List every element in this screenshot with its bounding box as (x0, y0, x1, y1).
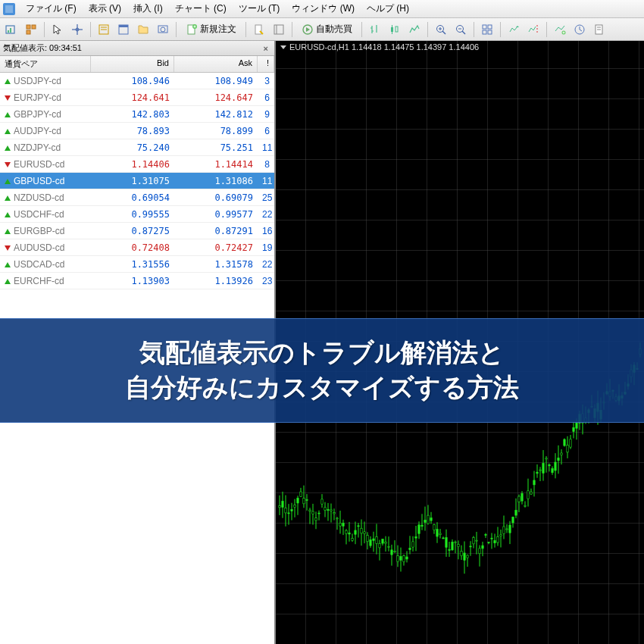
data-window-icon[interactable] (114, 20, 133, 39)
menu-insert[interactable]: 挿入 (I) (127, 0, 169, 17)
chart-shift-icon[interactable] (524, 20, 542, 39)
svg-rect-169 (452, 542, 453, 550)
svg-line-50 (580, 30, 582, 31)
table-row[interactable]: AUDJPY-cd78.89378.8996 (0, 123, 274, 139)
autoscroll-icon[interactable] (505, 20, 523, 39)
svg-rect-233 (549, 465, 550, 466)
menu-view[interactable]: 表示 (V) (83, 0, 127, 17)
spread-value: 22 (258, 208, 274, 221)
table-row[interactable]: EURJPY-cd124.641124.6476 (0, 89, 274, 106)
chevron-down-icon[interactable] (280, 45, 286, 49)
pair-name: AUDJPY-cd (14, 126, 61, 136)
terminal-icon[interactable] (154, 20, 172, 39)
chart-title-bar: EURUSD-cd,H1 1.14418 1.14475 1.14397 1.1… (280, 42, 479, 52)
table-row[interactable]: USDCHF-cd0.995550.9957722 (0, 206, 274, 223)
arrow-up-icon (5, 79, 11, 84)
svg-rect-95 (339, 523, 341, 526)
menu-file[interactable]: ファイル (F) (20, 0, 83, 17)
market-watch-icon[interactable] (95, 20, 113, 39)
svg-rect-159 (436, 530, 438, 537)
menu-window[interactable]: ウィンドウ (W) (286, 0, 361, 17)
table-row[interactable]: NZDJPY-cd75.24075.25111 (0, 139, 274, 156)
pair-name: GBPUSD-cd (14, 176, 64, 186)
svg-rect-187 (479, 549, 480, 554)
svg-rect-215 (521, 493, 523, 501)
svg-rect-4 (32, 25, 36, 29)
svg-rect-227 (539, 470, 541, 470)
svg-rect-211 (515, 510, 517, 515)
svg-rect-205 (506, 529, 508, 530)
svg-rect-199 (497, 536, 499, 542)
menu-chart[interactable]: チャート (C) (169, 0, 233, 17)
table-row[interactable]: GBPJPY-cd142.803142.8129 (0, 106, 274, 123)
spread-value: 6 (258, 124, 274, 138)
table-row[interactable]: USDJPY-cd108.946108.9493 (0, 73, 274, 89)
table-row[interactable]: GBPUSD-cd1.310751.3108611 (0, 173, 274, 189)
spread-value: 25 (258, 191, 274, 205)
svg-rect-231 (546, 458, 547, 459)
new-order-button[interactable]: 新規注文 (180, 20, 242, 39)
col-bid[interactable]: Bid (91, 56, 174, 72)
templates-icon[interactable] (590, 20, 608, 39)
zoom-in-icon[interactable] (432, 20, 450, 39)
bid-value: 1.14406 (91, 158, 174, 171)
spread-value: 22 (258, 258, 274, 271)
autotrade-label: 自動売買 (316, 23, 352, 36)
ask-value: 1.31578 (174, 258, 258, 271)
new-chart-icon[interactable] (2, 20, 20, 39)
svg-rect-197 (494, 540, 496, 542)
options-icon[interactable] (270, 20, 288, 39)
indicators-icon[interactable] (551, 20, 569, 39)
autotrade-button[interactable]: 自動売買 (296, 20, 358, 39)
table-row[interactable]: EURUSD-cd1.144061.144148 (0, 156, 274, 173)
spread-value: 9 (258, 108, 274, 121)
periods-icon[interactable] (571, 20, 589, 39)
svg-rect-115 (370, 540, 371, 546)
pair-name: AUDUSD-cd (14, 242, 64, 253)
ask-value: 1.14414 (174, 158, 258, 171)
overlay-banner: 気配値表示のトラブル解消法と 自分好みにカスタマイズする方法 (0, 318, 644, 423)
ask-value: 0.69079 (174, 191, 258, 205)
cursor-icon[interactable] (48, 20, 67, 39)
svg-line-37 (462, 31, 465, 34)
col-pair[interactable]: 通貨ペア (0, 56, 91, 72)
separator (176, 22, 177, 37)
svg-rect-147 (418, 525, 420, 533)
svg-rect-175 (461, 551, 462, 555)
col-spread[interactable]: ! (258, 56, 274, 72)
svg-rect-105 (355, 530, 356, 534)
svg-rect-185 (476, 540, 477, 541)
svg-rect-163 (442, 538, 444, 539)
ask-value: 1.31086 (174, 174, 258, 188)
svg-rect-179 (467, 555, 468, 558)
candle-chart-icon[interactable] (386, 20, 404, 39)
tile-icon[interactable] (478, 20, 496, 39)
table-row[interactable]: USDCAD-cd1.315561.3157822 (0, 256, 274, 273)
separator (245, 22, 246, 37)
crosshair-icon[interactable] (68, 20, 86, 39)
col-ask[interactable]: Ask (174, 56, 258, 72)
svg-rect-127 (388, 546, 389, 547)
spread-value: 11 (258, 141, 274, 155)
table-row[interactable]: AUDUSD-cd0.724080.7242719 (0, 239, 274, 256)
table-row[interactable]: NZDUSD-cd0.690540.6907925 (0, 189, 274, 206)
svg-rect-42 (488, 30, 492, 34)
table-row[interactable]: EURCHF-cd1.139031.1392623 (0, 273, 274, 289)
svg-rect-145 (415, 536, 417, 538)
arrow-up-icon (5, 145, 11, 151)
close-icon[interactable]: × (261, 44, 271, 53)
metaeditor-icon[interactable] (250, 20, 268, 39)
zoom-out-icon[interactable] (452, 20, 470, 39)
svg-rect-221 (530, 492, 532, 494)
bid-value: 75.240 (91, 141, 174, 155)
svg-rect-59 (285, 508, 286, 513)
svg-rect-113 (367, 536, 368, 542)
menu-help[interactable]: ヘルプ (H) (361, 0, 415, 17)
bar-chart-icon[interactable] (366, 20, 384, 39)
menu-tool[interactable]: ツール (T) (233, 0, 286, 17)
table-row[interactable]: EURGBP-cd0.872750.8729116 (0, 223, 274, 239)
svg-marker-43 (516, 26, 519, 27)
line-chart-icon[interactable] (405, 20, 424, 39)
profiles-icon[interactable] (22, 20, 40, 39)
navigator-icon[interactable] (134, 20, 152, 39)
